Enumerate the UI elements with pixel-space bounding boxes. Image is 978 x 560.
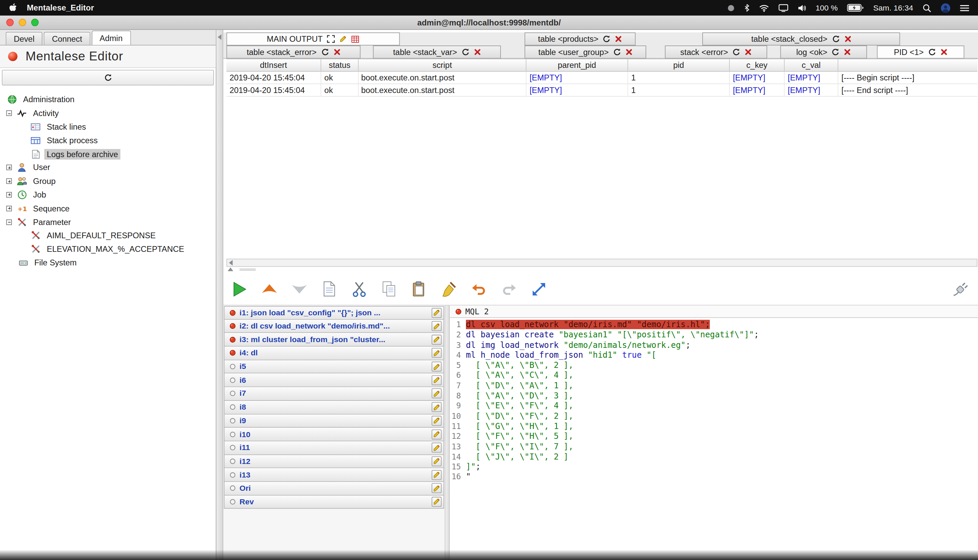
move-down-button[interactable] [289, 278, 309, 300]
edit-button[interactable] [432, 429, 441, 439]
dnd-icon[interactable] [727, 4, 734, 12]
script-item-rev[interactable]: Rev [224, 495, 444, 509]
script-item-i1[interactable]: i1: json load "csv_config" "{}"; json ..… [224, 306, 444, 320]
expand-icon[interactable] [327, 35, 335, 43]
tree-item-user[interactable]: User [0, 161, 216, 175]
tree-refresh-button[interactable] [2, 70, 214, 85]
column-header-status[interactable]: status [321, 59, 359, 71]
plus-expander-icon[interactable] [6, 178, 12, 184]
tab-table-user-group[interactable]: table <user_group> [525, 45, 646, 59]
close-icon[interactable] [844, 48, 851, 55]
close-icon[interactable] [334, 48, 340, 55]
tree-item-stack-process[interactable]: Stack process [0, 134, 216, 147]
table-row[interactable]: 2019-04-20 15:45:04okboot.execute.on.sta… [227, 72, 977, 84]
tree-item-aiml-default-response[interactable]: AIML_DEFAULT_RESPONSE [0, 229, 216, 242]
apple-icon[interactable] [9, 3, 17, 13]
code-line[interactable]: 10 [ \"D\", \"F\", 2 ], [450, 411, 978, 422]
script-item-i6[interactable]: i6 [224, 374, 444, 387]
tree-item-stack-lines[interactable]: Stack lines [0, 120, 216, 134]
tree-item-group[interactable]: Group [0, 175, 216, 188]
tree-item-administration[interactable]: Administration [0, 93, 216, 107]
code-line[interactable]: 6 [ \"A\", \"C\", 4 ], [450, 371, 978, 381]
script-item-i11[interactable]: i11 [224, 441, 444, 455]
script-item-i12[interactable]: i12 [224, 455, 444, 468]
paste-button[interactable] [409, 278, 429, 300]
tab-main-output[interactable]: MAIN OUTPUT [227, 33, 400, 46]
edit-button[interactable] [432, 321, 441, 331]
edit-button[interactable] [432, 388, 441, 398]
code-line[interactable]: 1dl csv load_network "demo/iris.md" "dem… [450, 320, 978, 330]
edit-button[interactable] [432, 470, 441, 480]
refresh-icon[interactable] [733, 48, 741, 56]
tree-item-parameter[interactable]: Parameter [0, 215, 216, 229]
close-icon[interactable] [615, 36, 622, 42]
code-line[interactable]: 16" [450, 472, 978, 482]
close-icon[interactable] [745, 48, 752, 55]
edit-button[interactable] [432, 362, 441, 371]
wifi-icon[interactable] [759, 4, 769, 12]
sidebar-tab-admin[interactable]: Admin [91, 30, 130, 45]
tree-item-activity[interactable]: Activity [0, 107, 216, 120]
minus-expander-icon[interactable] [6, 219, 12, 225]
code-line[interactable]: 3dl img load_network "demo/animals/netwo… [450, 340, 978, 350]
pencil-icon[interactable] [340, 35, 347, 43]
refresh-icon[interactable] [928, 48, 936, 56]
column-header-c-key[interactable]: c_key [730, 59, 785, 71]
code-line[interactable]: 2dl bayesian create "bayesian1" "[\"posi… [450, 330, 978, 340]
toolbar-splitter[interactable] [227, 267, 256, 272]
splitter-handle[interactable] [239, 269, 256, 271]
edit-button[interactable] [432, 456, 441, 466]
tree-item-sequence[interactable]: +1Sequence [0, 202, 216, 215]
minus-expander-icon[interactable] [6, 110, 12, 116]
tab-table-stack-closed[interactable]: table <stack_closed> [702, 33, 900, 46]
edit-button[interactable] [432, 443, 441, 452]
refresh-icon[interactable] [832, 35, 840, 43]
tab-pid-1[interactable]: PID <1> [877, 45, 964, 59]
window-titlebar[interactable]: admin@mql://localhost:9998/mentdb/ [0, 16, 978, 30]
volume-icon[interactable] [797, 4, 806, 12]
tab-table-stack-var[interactable]: table <stack_var> [373, 45, 501, 59]
menubar-app-name[interactable]: Mentalese_Editor [27, 3, 94, 13]
collapse-up-icon[interactable] [227, 267, 233, 272]
battery-icon[interactable] [847, 4, 864, 12]
external-view-button[interactable] [528, 278, 549, 300]
tab-mql-2[interactable]: MQL 2 [456, 307, 489, 316]
script-item-ori[interactable]: Ori [224, 482, 444, 495]
script-item-i5[interactable]: i5 [224, 360, 444, 374]
edit-button[interactable] [432, 375, 441, 385]
horizontal-scrollbar[interactable] [227, 258, 977, 267]
tab-log-ok[interactable]: log <ok> [780, 45, 867, 59]
zoom-button[interactable] [31, 19, 39, 26]
edit-button[interactable] [432, 308, 441, 318]
edit-button[interactable] [432, 402, 441, 412]
red-grid-icon[interactable] [352, 35, 360, 43]
plus-expander-icon[interactable] [6, 206, 12, 212]
edit-button[interactable] [432, 497, 441, 507]
close-icon[interactable] [941, 48, 948, 55]
table-row[interactable]: 2019-04-20 15:45:04okboot.execute.on.sta… [227, 84, 977, 97]
code-line[interactable]: 4ml h_node load_from_json "hid1" true "[ [450, 350, 978, 360]
code-line[interactable]: 13 [ \"F\", \"I\", 7 ], [450, 442, 978, 452]
collapse-left-icon[interactable] [217, 34, 222, 40]
tree-item-job[interactable]: Job [0, 188, 216, 202]
column-header-parent-pid[interactable]: parent_pid [526, 59, 628, 71]
code-line[interactable]: 14 [ \"J\", \"I\", 2 ] [450, 452, 978, 462]
code-line[interactable]: 5 [ \"A\", \"B\", 2 ], [450, 360, 978, 371]
close-icon[interactable] [474, 48, 481, 55]
user-icon[interactable] [941, 3, 951, 13]
refresh-icon[interactable] [832, 48, 840, 56]
menu-icon[interactable] [960, 4, 970, 12]
search-icon[interactable] [923, 3, 931, 12]
code-line[interactable]: 7 [ \"D\", \"A\", 1 ], [450, 381, 978, 391]
sidebar-tab-connect[interactable]: Connect [44, 32, 90, 45]
new-script-button[interactable] [319, 278, 340, 300]
script-item-i7[interactable]: i7 [224, 387, 444, 401]
copy-button[interactable] [379, 278, 399, 300]
refresh-icon[interactable] [321, 48, 329, 56]
column-header-dtinsert[interactable]: dtInsert [227, 59, 321, 71]
code-line[interactable]: 8 [ \"A\", \"D\", 3 ], [450, 391, 978, 401]
script-item-i3[interactable]: i3: ml cluster load_from_json "cluster..… [224, 333, 444, 347]
tree-item-file-system[interactable]: File System [0, 256, 216, 270]
clean-button[interactable] [438, 278, 459, 300]
code-line[interactable]: 15]"; [450, 462, 978, 472]
